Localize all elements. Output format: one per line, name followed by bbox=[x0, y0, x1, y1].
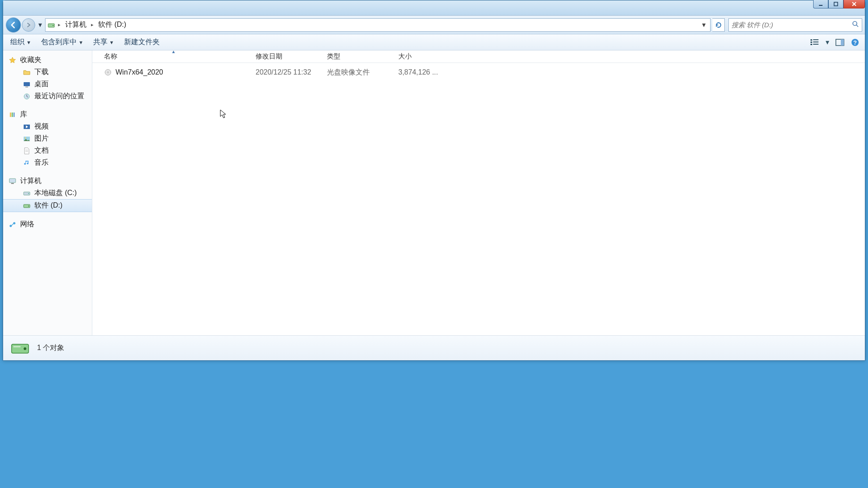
organize-menu[interactable]: 组织 ▼ bbox=[7, 36, 35, 49]
svg-point-37 bbox=[107, 72, 109, 73]
svg-point-4 bbox=[853, 21, 857, 25]
address-bar[interactable]: ▸ 计算机 ▸ 软件 (D:) ▾ bbox=[45, 18, 711, 32]
sidebar-libraries[interactable]: 库 bbox=[3, 108, 92, 121]
chevron-down-icon: ▼ bbox=[26, 40, 31, 45]
history-dropdown[interactable]: ▾ bbox=[37, 21, 43, 29]
search-input[interactable] bbox=[732, 21, 852, 29]
help-button[interactable]: ? bbox=[849, 36, 861, 49]
desktop-icon bbox=[23, 80, 31, 88]
forward-button[interactable] bbox=[22, 18, 35, 32]
svg-rect-1 bbox=[834, 2, 838, 6]
share-menu[interactable]: 共享 ▼ bbox=[90, 36, 118, 49]
sidebar-documents[interactable]: 文档 bbox=[3, 145, 92, 157]
picture-icon bbox=[23, 135, 31, 143]
sidebar-drive-d[interactable]: 软件 (D:) bbox=[3, 199, 92, 212]
maximize-button[interactable] bbox=[828, 0, 843, 8]
music-icon bbox=[23, 159, 31, 167]
svg-line-35 bbox=[12, 224, 13, 225]
breadcrumb-drive[interactable]: 软件 (D:) bbox=[96, 19, 128, 30]
video-icon bbox=[23, 123, 31, 131]
svg-point-30 bbox=[28, 193, 29, 194]
documents-label: 文档 bbox=[34, 146, 49, 155]
newfolder-label: 新建文件夹 bbox=[124, 38, 160, 47]
sidebar-favorites[interactable]: 收藏夹 bbox=[3, 54, 92, 66]
desktop-label: 桌面 bbox=[34, 79, 49, 89]
sidebar-desktop[interactable]: 桌面 bbox=[3, 78, 92, 90]
svg-point-3 bbox=[53, 25, 54, 26]
organize-label: 组织 bbox=[10, 38, 25, 47]
svg-text:?: ? bbox=[853, 39, 857, 46]
svg-rect-20 bbox=[12, 113, 13, 117]
pictures-label: 图片 bbox=[34, 134, 49, 143]
chevron-right-icon: ▸ bbox=[89, 22, 95, 28]
column-headers: 名称 ▲ 修改日期 类型 大小 bbox=[92, 50, 865, 63]
command-bar: 组织 ▼ 包含到库中 ▼ 共享 ▼ 新建文件夹 ▾ ? bbox=[3, 34, 865, 50]
network-icon bbox=[8, 221, 17, 229]
downloads-label: 下载 bbox=[34, 67, 49, 77]
chevron-right-icon: ▸ bbox=[56, 22, 62, 28]
sidebar-drive-c[interactable]: 本地磁盘 (C:) bbox=[3, 187, 92, 199]
new-folder-button[interactable]: 新建文件夹 bbox=[120, 36, 163, 49]
file-size: 3,874,126 ... bbox=[395, 68, 448, 76]
svg-rect-21 bbox=[13, 113, 15, 117]
file-row[interactable]: Win7x64_2020 2020/12/25 11:32 光盘映像文件 3,8… bbox=[100, 66, 865, 79]
view-mode-dropdown[interactable]: ▾ bbox=[824, 36, 831, 49]
svg-rect-27 bbox=[9, 179, 16, 183]
svg-rect-13 bbox=[841, 39, 844, 46]
sidebar-downloads[interactable]: 下载 bbox=[3, 66, 92, 78]
sidebar-music[interactable]: 音乐 bbox=[3, 157, 92, 169]
column-date[interactable]: 修改日期 bbox=[252, 50, 323, 63]
recent-icon bbox=[23, 92, 31, 100]
sidebar-pictures[interactable]: 图片 bbox=[3, 133, 92, 145]
navigation-pane: 收藏夹 下载 桌面 最近访问的位置 库 bbox=[3, 50, 92, 335]
svg-rect-40 bbox=[13, 346, 21, 347]
music-label: 音乐 bbox=[34, 158, 49, 167]
breadcrumb-computer[interactable]: 计算机 bbox=[63, 19, 88, 30]
refresh-button[interactable] bbox=[712, 18, 725, 32]
svg-point-39 bbox=[24, 347, 26, 350]
svg-point-32 bbox=[28, 205, 29, 206]
file-type: 光盘映像文件 bbox=[323, 68, 395, 77]
search-icon bbox=[852, 21, 859, 29]
address-dropdown[interactable]: ▾ bbox=[699, 21, 708, 29]
sidebar-computer[interactable]: 计算机 bbox=[3, 175, 92, 187]
drive-icon bbox=[23, 202, 31, 210]
preview-pane-button[interactable] bbox=[834, 36, 846, 49]
svg-line-5 bbox=[856, 25, 858, 27]
back-button[interactable] bbox=[6, 17, 21, 33]
libraries-label: 库 bbox=[20, 110, 27, 119]
chevron-down-icon: ▼ bbox=[109, 40, 114, 45]
computer-icon bbox=[8, 177, 17, 185]
column-type[interactable]: 类型 bbox=[323, 50, 395, 63]
sidebar-network[interactable]: 网络 bbox=[3, 218, 92, 230]
search-box[interactable] bbox=[728, 18, 862, 32]
favorites-label: 收藏夹 bbox=[20, 55, 41, 65]
drive-d-label: 软件 (D:) bbox=[34, 201, 62, 210]
close-button[interactable] bbox=[843, 0, 865, 8]
sort-ascending-icon: ▲ bbox=[171, 49, 176, 54]
column-name-label: 名称 bbox=[104, 52, 117, 60]
include-label: 包含到库中 bbox=[41, 38, 77, 47]
recent-label: 最近访问的位置 bbox=[34, 92, 84, 101]
share-label: 共享 bbox=[93, 38, 107, 47]
svg-rect-28 bbox=[11, 183, 14, 184]
svg-rect-6 bbox=[810, 39, 812, 41]
file-name: Win7x64_2020 bbox=[116, 68, 163, 76]
drive-large-icon bbox=[9, 338, 31, 359]
file-list-area: 名称 ▲ 修改日期 类型 大小 Win7x64_2020 2020/12/25 … bbox=[92, 50, 865, 335]
include-in-library-menu[interactable]: 包含到库中 ▼ bbox=[37, 36, 87, 49]
star-icon bbox=[8, 56, 17, 64]
titlebar[interactable] bbox=[3, 0, 865, 16]
drive-c-label: 本地磁盘 (C:) bbox=[34, 188, 77, 198]
sidebar-recent[interactable]: 最近访问的位置 bbox=[3, 90, 92, 102]
iso-file-icon bbox=[104, 68, 112, 76]
document-icon bbox=[23, 147, 31, 155]
minimize-button[interactable] bbox=[813, 0, 828, 8]
folder-icon bbox=[23, 68, 31, 76]
sidebar-videos[interactable]: 视频 bbox=[3, 121, 92, 133]
column-name[interactable]: 名称 ▲ bbox=[100, 50, 252, 63]
view-mode-button[interactable] bbox=[809, 36, 821, 49]
navigation-bar: ▾ ▸ 计算机 ▸ 软件 (D:) ▾ bbox=[3, 16, 865, 34]
column-size[interactable]: 大小 bbox=[395, 50, 448, 63]
chevron-down-icon: ▼ bbox=[79, 40, 83, 45]
